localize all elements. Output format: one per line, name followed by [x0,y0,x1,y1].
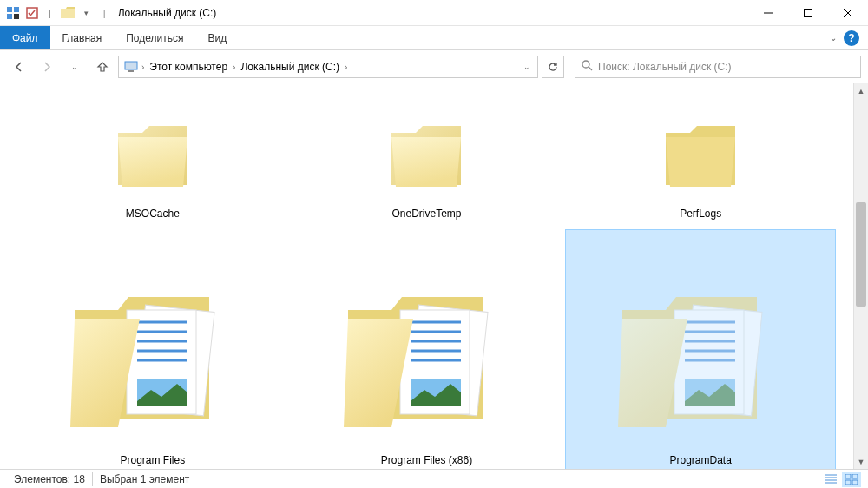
folder-label: OneDriveTemp [391,208,461,220]
folder-label: MSOCache [126,208,180,220]
tab-view[interactable]: Вид [195,26,239,49]
scroll-down-icon[interactable]: ▼ [854,454,868,469]
svg-rect-11 [128,70,134,72]
folder-item[interactable]: Program Files (x86) [292,229,562,469]
search-input[interactable] [598,61,855,73]
folder-icon [605,267,796,449]
svg-rect-5 [61,9,75,18]
app-icon[interactable] [5,5,21,21]
selection-status: Выбран 1 элемент [93,472,196,486]
folder-icon [331,267,522,449]
folder-grid[interactable]: MSOCache OneDriveTemp PerfLogs Program F… [0,83,853,469]
ribbon-tabs: Файл Главная Поделиться Вид ⌄ ? [0,26,868,50]
folder-icon [374,107,478,202]
folder-item[interactable]: OneDriveTemp [292,87,562,226]
large-icons-view-button[interactable] [842,472,861,487]
tab-home[interactable]: Главная [50,26,115,49]
up-button[interactable] [90,55,115,79]
folder-item[interactable]: Program Files [17,229,288,469]
chevron-right-icon[interactable]: › [345,63,347,72]
search-icon [581,59,593,75]
folder-item[interactable]: PerfLogs [565,87,836,226]
address-bar[interactable]: › Этот компьютер › Локальный диск (C:) ›… [118,56,538,78]
scrollbar-track[interactable] [854,98,868,454]
svg-rect-1 [14,7,19,12]
qat-dropdown-icon[interactable]: ▾ [79,5,95,21]
svg-rect-7 [805,9,812,16]
breadcrumb-segment[interactable]: Локальный диск (C:) [235,56,345,77]
ribbon-expand-icon[interactable]: ⌄ [830,33,837,43]
maximize-button[interactable] [788,0,828,26]
scrollbar-thumb[interactable] [856,202,866,307]
svg-rect-43 [852,474,858,478]
folder-icon [648,107,753,202]
navigation-bar: ⌄ › Этот компьютер › Локальный диск (C:)… [0,50,868,83]
folder-icon [60,5,76,21]
folder-label: Program Files (x86) [381,454,472,466]
folder-icon [57,267,248,449]
details-view-button[interactable] [821,472,840,487]
title-bar: | ▾ | Локальный диск (C:) [0,0,868,26]
breadcrumb-segment[interactable]: Этот компьютер [144,56,233,77]
svg-rect-45 [852,480,858,485]
window-controls [748,0,868,26]
svg-line-13 [589,67,592,70]
folder-label: PerfLogs [680,208,721,220]
back-button[interactable] [7,55,31,79]
computer-icon [122,58,140,76]
svg-point-12 [582,61,589,68]
close-button[interactable] [828,0,868,26]
svg-rect-0 [7,7,12,12]
address-dropdown-icon[interactable]: ⌄ [518,63,536,71]
tab-share[interactable]: Поделиться [114,26,195,49]
svg-rect-2 [7,14,12,19]
window-title: Локальный диск (C:) [118,7,217,19]
folder-icon [101,107,205,202]
forward-button[interactable] [35,55,59,79]
minimize-button[interactable] [748,0,788,26]
folder-label: ProgramData [669,454,731,466]
item-count: Элементов: 18 [7,472,93,486]
folder-item[interactable]: MSOCache [17,87,288,226]
help-icon[interactable]: ? [844,30,859,46]
file-tab[interactable]: Файл [0,26,50,49]
properties-icon[interactable] [24,5,40,21]
folder-label: Program Files [120,454,185,466]
vertical-scrollbar[interactable]: ▲ ▼ [853,83,868,469]
svg-rect-44 [845,480,851,485]
svg-rect-10 [125,62,137,69]
search-box[interactable] [575,56,861,78]
refresh-button[interactable] [542,56,564,78]
content-area: MSOCache OneDriveTemp PerfLogs Program F… [0,83,868,469]
title-separator: | [98,8,111,18]
status-bar: Элементов: 18 Выбран 1 элемент [0,469,868,488]
folder-item[interactable]: ProgramData [565,229,836,469]
qat-separator: | [43,8,56,18]
scroll-up-icon[interactable]: ▲ [854,83,868,98]
svg-rect-42 [845,474,851,478]
recent-dropdown-icon[interactable]: ⌄ [62,55,87,79]
svg-rect-3 [14,14,19,19]
quick-access-toolbar: | ▾ | Локальный диск (C:) [0,5,216,21]
